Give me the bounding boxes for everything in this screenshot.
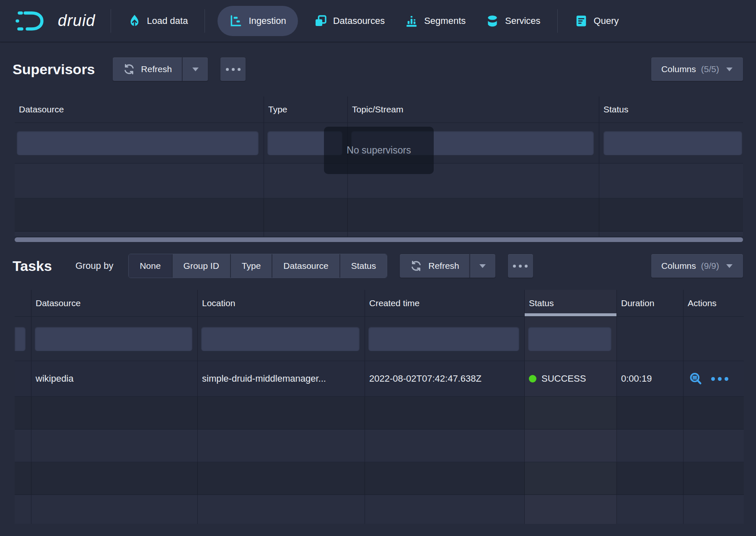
- columns-count: (9/9): [701, 261, 719, 271]
- filter-cell: [31, 317, 198, 361]
- empty-table-row: [15, 429, 744, 462]
- supervisors-more-button[interactable]: [220, 57, 246, 81]
- tasks-refresh-button[interactable]: Refresh: [400, 254, 469, 278]
- empty-cell: [617, 429, 684, 462]
- tasks-title: Tasks: [13, 258, 52, 274]
- empty-cell: [617, 397, 684, 429]
- empty-table-row: [15, 495, 744, 524]
- column-header-actions[interactable]: Actions: [684, 290, 744, 316]
- refresh-icon: [410, 260, 422, 272]
- empty-cell: [15, 397, 31, 429]
- nav-item-load-data[interactable]: Load data: [124, 6, 192, 36]
- group-by-status-button[interactable]: Status: [339, 254, 387, 278]
- no-supervisors-message: No supervisors: [324, 127, 434, 174]
- horizontal-scrollbar[interactable]: [15, 237, 743, 242]
- load-data-icon: [128, 14, 141, 28]
- task-row[interactable]: wikipedia simple-druid-middlemanager... …: [15, 361, 744, 397]
- tab-query[interactable]: Query: [570, 6, 623, 36]
- empty-cell: [198, 429, 365, 462]
- ingestion-icon: [229, 14, 243, 28]
- task-duration-cell: 0:00:19: [617, 361, 684, 396]
- empty-cell: [15, 232, 264, 237]
- column-header-status[interactable]: Status: [525, 290, 617, 316]
- nav-item-label: Load data: [147, 16, 188, 26]
- column-header-label: Status: [529, 298, 554, 308]
- tasks-columns-button[interactable]: Columns (9/9): [651, 254, 743, 278]
- filter-cell: [525, 317, 617, 361]
- column-header-clipped[interactable]: [15, 290, 31, 316]
- task-location-filter-input[interactable]: [201, 327, 360, 351]
- column-header-created-time[interactable]: Created time: [365, 290, 525, 316]
- supervisor-datasource-filter-input[interactable]: [17, 131, 259, 155]
- tab-segments[interactable]: Segments: [401, 6, 470, 36]
- task-location-cell: simple-druid-middlemanager...: [198, 361, 365, 396]
- brand-text: druid: [58, 12, 98, 30]
- supervisors-refresh-button[interactable]: Refresh: [113, 57, 182, 81]
- empty-cell: [684, 429, 744, 462]
- group-by-label: Group by: [75, 260, 114, 271]
- columns-label: Columns: [661, 64, 696, 74]
- nav-divider: [557, 9, 558, 33]
- empty-cell: [365, 429, 525, 462]
- group-by-type-button[interactable]: Type: [230, 254, 272, 278]
- filter-cell: [15, 317, 31, 361]
- tab-datasources[interactable]: Datasources: [310, 6, 389, 36]
- column-header-location[interactable]: Location: [198, 290, 365, 316]
- empty-cell: [15, 164, 264, 198]
- columns-label: Columns: [661, 261, 696, 271]
- task-datasource-cell: wikipedia: [31, 361, 198, 396]
- filter-cell: [684, 317, 744, 361]
- task-row-more-button[interactable]: [711, 377, 728, 381]
- filter-cell: [617, 317, 684, 361]
- tab-label: Segments: [424, 16, 466, 26]
- nav-divider: [205, 9, 205, 33]
- empty-cell: [31, 495, 198, 524]
- empty-cell: [264, 198, 348, 231]
- caret-down-icon: [726, 67, 733, 72]
- empty-table-row: [15, 397, 744, 429]
- empty-cell: [198, 495, 365, 524]
- column-header-topic-stream[interactable]: Topic/Stream: [348, 96, 599, 122]
- empty-cell: [198, 397, 365, 429]
- empty-cell: [599, 198, 743, 231]
- tasks-more-button[interactable]: [508, 254, 533, 278]
- query-icon: [575, 14, 588, 28]
- empty-cell: [525, 495, 617, 524]
- group-by-datasource-button[interactable]: Datasource: [272, 254, 339, 278]
- empty-cell: [599, 164, 743, 198]
- task-datasource-filter-input[interactable]: [35, 327, 192, 351]
- column-header-duration[interactable]: Duration: [617, 290, 684, 316]
- task-actions-cell: [684, 361, 744, 396]
- task-details-button[interactable]: [689, 372, 703, 386]
- column-header-status[interactable]: Status: [599, 96, 743, 122]
- tasks-toolbar: Tasks Group by None Group ID Type Dataso…: [0, 242, 756, 290]
- caret-down-icon: [479, 264, 486, 268]
- task-id-filter-input[interactable]: [15, 327, 26, 351]
- filter-cell: [599, 123, 743, 163]
- group-by-group-id-button[interactable]: Group ID: [172, 254, 230, 278]
- tasks-refresh-caret-button[interactable]: [469, 254, 495, 278]
- empty-cell: [617, 495, 684, 524]
- column-header-datasource[interactable]: Datasource: [15, 96, 264, 122]
- supervisors-refresh-caret-button[interactable]: [182, 57, 208, 81]
- task-created-time-cell: 2022-08-02T07:42:47.638Z: [365, 361, 525, 396]
- empty-cell: [31, 462, 198, 494]
- task-created-time-filter-input[interactable]: [368, 327, 519, 351]
- column-header-datasource[interactable]: Datasource: [31, 290, 198, 316]
- empty-cell: [525, 397, 617, 429]
- tab-ingestion[interactable]: Ingestion: [217, 6, 298, 36]
- column-header-type[interactable]: Type: [264, 96, 348, 122]
- supervisors-columns-button[interactable]: Columns (5/5): [651, 57, 743, 81]
- task-status-filter-input[interactable]: [528, 327, 611, 351]
- supervisor-status-filter-input[interactable]: [603, 131, 742, 155]
- supervisors-title: Supervisors: [13, 61, 95, 78]
- group-by-none-button[interactable]: None: [129, 254, 171, 278]
- datasources-icon: [314, 14, 327, 28]
- refresh-label: Refresh: [428, 261, 459, 271]
- tab-services[interactable]: Services: [482, 6, 544, 36]
- caret-down-icon: [192, 67, 199, 72]
- status-label: SUCCESS: [541, 373, 586, 384]
- empty-cell: [684, 495, 744, 524]
- search-details-icon: [689, 372, 703, 386]
- empty-cell: [15, 462, 31, 494]
